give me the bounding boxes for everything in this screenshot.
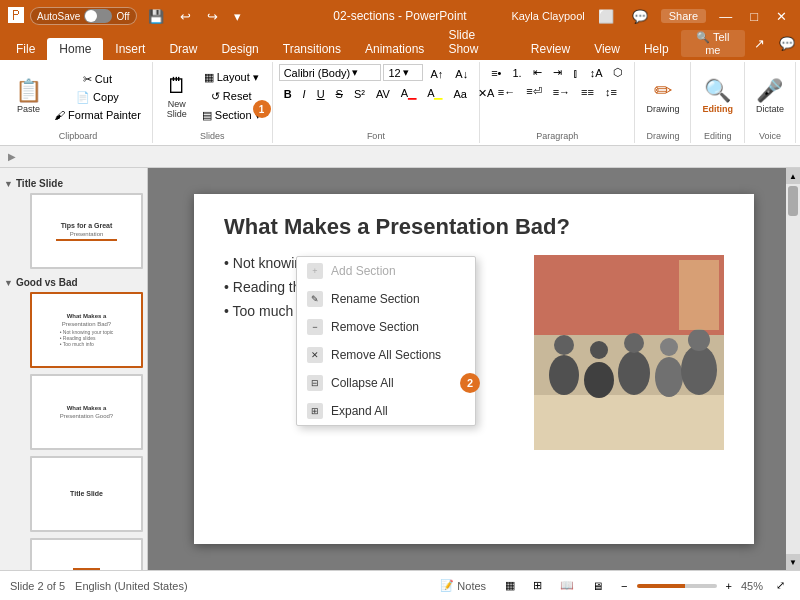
tab-home[interactable]: Home — [47, 38, 103, 60]
tab-help[interactable]: Help — [632, 38, 681, 60]
decrease-indent-button[interactable]: ⇤ — [528, 64, 547, 81]
tab-design[interactable]: Design — [209, 38, 270, 60]
text-direction-button[interactable]: ↕A — [585, 64, 608, 81]
search-button[interactable]: 🔍 Tell me — [681, 30, 745, 57]
context-menu-remove-section[interactable]: − Remove Section — [297, 313, 475, 341]
tab-file[interactable]: File — [4, 38, 47, 60]
justify-button[interactable]: ≡≡ — [576, 83, 599, 100]
clipboard-group: 📋 Paste ✂ Cut 📄 Copy 🖌 Format Painter Cl… — [4, 62, 153, 143]
view-reading-button[interactable]: 📖 — [555, 577, 579, 594]
bold-button[interactable]: B — [279, 85, 297, 102]
section-button[interactable]: ▤ Section ▾ 1 — [197, 107, 266, 124]
columns-button[interactable]: ⫿ — [568, 64, 584, 81]
status-bar: Slide 2 of 5 English (United States) 📝 N… — [0, 570, 800, 600]
maximize-button[interactable]: □ — [745, 7, 763, 26]
scroll-down-button[interactable]: ▼ — [786, 554, 800, 570]
comments-ribbon-button[interactable]: 💬 — [774, 34, 800, 53]
cut-button[interactable]: ✂ Cut — [49, 71, 146, 88]
slide-thumb-4[interactable]: Title Slide — [30, 456, 143, 532]
slide-thumb-5[interactable]: Opening Topics/Opening — [30, 538, 143, 570]
numbering-button[interactable]: 1. — [507, 64, 526, 81]
customize-button[interactable]: ▾ — [229, 7, 246, 26]
view-normal-button[interactable]: ▦ — [500, 577, 520, 594]
drawing-button[interactable]: ✏ Drawing — [641, 69, 684, 125]
notes-button[interactable]: 📝 Notes — [434, 577, 492, 594]
section-header-title-slide[interactable]: ▼ Title Slide — [4, 176, 143, 191]
align-center-button[interactable]: ≡⏎ — [521, 83, 546, 100]
share-ribbon-button[interactable]: ↗ — [749, 34, 770, 53]
font-decrease-button[interactable]: A↓ — [450, 64, 473, 83]
align-left-button[interactable]: ≡← — [493, 83, 520, 100]
font-case-button[interactable]: Aa — [448, 85, 471, 102]
char-spacing-button[interactable]: AV — [371, 85, 395, 102]
tab-slideshow[interactable]: Slide Show — [436, 24, 518, 60]
new-slide-button[interactable]: 🗒 NewSlide — [159, 69, 195, 125]
zoom-in-button[interactable]: + — [721, 578, 737, 594]
context-menu-collapse-all[interactable]: ⊟ Collapse All 2 — [297, 369, 475, 397]
layout-button[interactable]: ▦ Layout ▾ — [197, 69, 266, 86]
highlight-button[interactable]: A▁ — [422, 85, 447, 102]
autosave-badge[interactable]: AutoSave Off — [30, 7, 137, 25]
ribbon-collapse-button[interactable]: ⬜ — [593, 7, 619, 26]
shadow-button[interactable]: S² — [349, 85, 370, 102]
section-triangle-icon: ▼ — [4, 179, 13, 189]
section-header-good-vs-bad[interactable]: ▼ Good vs Bad — [4, 275, 143, 290]
save-button[interactable]: 💾 — [143, 7, 169, 26]
bullets-button[interactable]: ≡• — [486, 64, 506, 81]
context-menu-expand-all[interactable]: ⊞ Expand All — [297, 397, 475, 425]
zoom-out-button[interactable]: − — [616, 578, 632, 594]
slide-thumb-3[interactable]: What Makes a Presentation Good? — [30, 374, 143, 450]
tab-transitions[interactable]: Transitions — [271, 38, 353, 60]
strikethrough-button[interactable]: S — [331, 85, 348, 102]
increase-indent-button[interactable]: ⇥ — [548, 64, 567, 81]
tab-review[interactable]: Review — [519, 38, 582, 60]
close-button[interactable]: ✕ — [771, 7, 792, 26]
font-increase-button[interactable]: A↑ — [425, 64, 448, 83]
context-menu-rename-section[interactable]: ✎ Rename Section — [297, 285, 475, 313]
language-info: English (United States) — [75, 580, 188, 592]
voice-label: Voice — [759, 129, 781, 141]
context-menu-remove-all-sections[interactable]: ✕ Remove All Sections — [297, 341, 475, 369]
tab-insert[interactable]: Insert — [103, 38, 157, 60]
title-bar-right: Kayla Claypool ⬜ 💬 Share — □ ✕ — [511, 7, 792, 26]
rename-section-icon: ✎ — [307, 291, 323, 307]
comments-button[interactable]: 💬 — [627, 7, 653, 26]
tab-animations[interactable]: Animations — [353, 38, 436, 60]
font-color-button[interactable]: A▁ — [396, 85, 421, 102]
format-painter-button[interactable]: 🖌 Format Painter — [49, 107, 146, 123]
slide-thumb-2[interactable]: What Makes a Presentation Bad? • Not kno… — [30, 292, 143, 368]
tab-view[interactable]: View — [582, 38, 632, 60]
paste-button[interactable]: 📋 Paste — [10, 69, 47, 125]
align-right-button[interactable]: ≡→ — [548, 83, 575, 100]
autosave-label: AutoSave — [37, 11, 80, 22]
scroll-up-button[interactable]: ▲ — [786, 168, 800, 184]
view-presenter-button[interactable]: 🖥 — [587, 578, 608, 594]
slides-content: 🗒 NewSlide ▦ Layout ▾ ↺ Reset ▤ Section … — [159, 64, 266, 129]
share-button[interactable]: Share — [661, 9, 706, 23]
vertical-scrollbar[interactable]: ▲ ▼ — [786, 168, 800, 570]
copy-button[interactable]: 📄 Copy — [49, 89, 146, 106]
file-title: 02-sections - PowerPoint — [333, 9, 466, 23]
slide-options: ▦ Layout ▾ ↺ Reset ▤ Section ▾ 1 — [197, 69, 266, 124]
font-name-selector[interactable]: Calibri (Body)▾ — [279, 64, 382, 81]
editing-content: 🔍 Editing — [697, 64, 738, 129]
redo-button[interactable]: ↪ — [202, 7, 223, 26]
view-slide-sorter-button[interactable]: ⊞ — [528, 577, 547, 594]
italic-button[interactable]: I — [298, 85, 311, 102]
dictate-button[interactable]: 🎤 Dictate — [751, 69, 789, 125]
fit-slide-button[interactable]: ⤢ — [771, 577, 790, 594]
underline-button[interactable]: U — [312, 85, 330, 102]
convert-to-smartart-button[interactable]: ⬡ — [608, 64, 628, 81]
minimize-button[interactable]: — — [714, 7, 737, 26]
undo-button[interactable]: ↩ — [175, 7, 196, 26]
font-size-selector[interactable]: 12▾ — [383, 64, 423, 81]
scroll-thumb[interactable] — [788, 186, 798, 216]
editing-button[interactable]: 🔍 Editing — [697, 69, 738, 125]
slide-row-4: 4 Title Slide — [4, 454, 143, 534]
tab-draw[interactable]: Draw — [157, 38, 209, 60]
zoom-slider[interactable] — [637, 584, 717, 588]
section-label-bar: ▶ — [0, 146, 800, 168]
line-spacing-button[interactable]: ↕≡ — [600, 83, 622, 100]
slide-thumb-1[interactable]: Tips for a Great Presentation — [30, 193, 143, 269]
autosave-toggle[interactable] — [84, 9, 112, 23]
